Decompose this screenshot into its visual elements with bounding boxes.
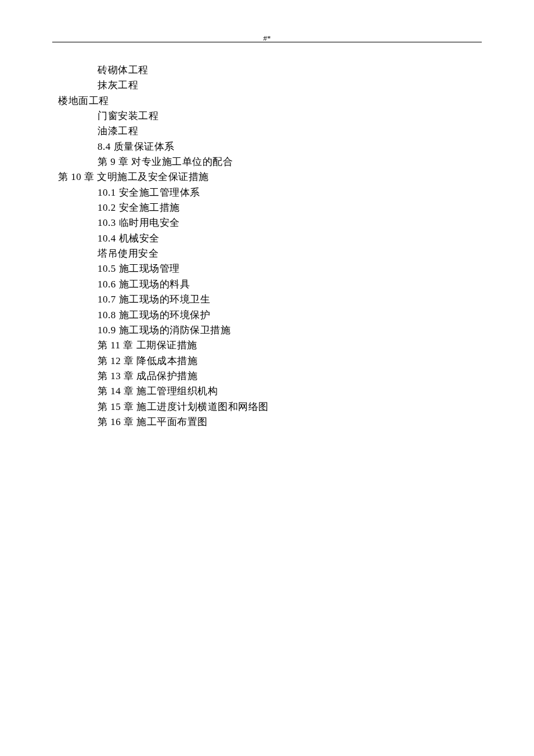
toc-line: 第 14 章 施工管理组织机构 bbox=[52, 384, 482, 399]
toc-line: 10.5 施工现场管理 bbox=[52, 261, 482, 276]
toc-line: 第 16 章 施工平面布置图 bbox=[52, 415, 482, 430]
toc-line: 10.1 安全施工管理体系 bbox=[52, 185, 482, 200]
header-rule bbox=[52, 42, 482, 42]
toc-line: 10.3 临时用电安全 bbox=[52, 215, 482, 231]
toc-line: 第 15 章 施工进度计划横道图和网络图 bbox=[52, 399, 482, 415]
toc-line: 第 13 章 成品保护措施 bbox=[52, 369, 482, 384]
toc-line: 10.4 机械安全 bbox=[52, 231, 482, 246]
page-header: #* bbox=[52, 35, 482, 46]
toc-line: 10.9 施工现场的消防保卫措施 bbox=[52, 323, 482, 338]
toc-line: 10.6 施工现场的料具 bbox=[52, 277, 482, 292]
toc-line: 第 10 章 文明施工及安全保证措施 bbox=[52, 170, 482, 185]
toc-line: 抹灰工程 bbox=[52, 78, 482, 93]
toc-line: 第 11 章 工期保证措施 bbox=[52, 338, 482, 353]
toc-line: 10.2 安全施工措施 bbox=[52, 200, 482, 215]
toc-line: 油漆工程 bbox=[52, 124, 482, 139]
toc-line: 10.7 施工现场的环境卫生 bbox=[52, 292, 482, 307]
toc-line: 10.8 施工现场的环境保护 bbox=[52, 308, 482, 323]
toc-line: 第 9 章 对专业施工单位的配合 bbox=[52, 154, 482, 170]
toc-line: 塔吊使用安全 bbox=[52, 246, 482, 261]
toc-content: 砖砌体工程抹灰工程楼地面工程门窗安装工程油漆工程8.4 质量保证体系第 9 章 … bbox=[52, 63, 482, 430]
document-page: #* 砖砌体工程抹灰工程楼地面工程门窗安装工程油漆工程8.4 质量保证体系第 9… bbox=[0, 0, 534, 430]
toc-line: 楼地面工程 bbox=[52, 93, 482, 109]
toc-line: 砖砌体工程 bbox=[52, 63, 482, 78]
toc-line: 门窗安装工程 bbox=[52, 109, 482, 124]
toc-line: 8.4 质量保证体系 bbox=[52, 139, 482, 154]
toc-line: 第 12 章 降低成本措施 bbox=[52, 354, 482, 369]
